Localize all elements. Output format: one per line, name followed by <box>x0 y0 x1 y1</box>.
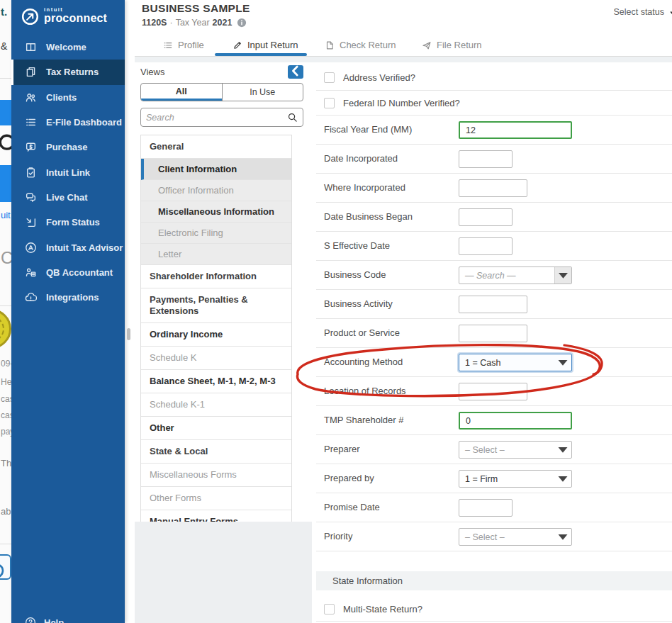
efile-dashboard-icon <box>25 116 37 128</box>
sidebar-item-label: Tax Returns <box>46 67 99 77</box>
text-input[interactable]: 12 <box>459 121 572 139</box>
form-row-product-or-service: Product or Service <box>316 319 672 348</box>
brand: intuit proconnect <box>11 0 125 26</box>
search-input[interactable] <box>146 113 283 123</box>
form-row-s-effective-date: S Effective Date <box>316 232 672 261</box>
field-label: Promise Date <box>324 499 459 512</box>
nav-item-balance-sheet-m-1-m-2-m-3[interactable]: Balance Sheet, M-1, M-2, M-3 <box>141 370 291 393</box>
info-icon[interactable] <box>237 18 247 28</box>
background-coin-icon <box>0 309 11 349</box>
nav-item-general[interactable]: General <box>141 135 291 159</box>
background-divider <box>0 544 11 544</box>
nav-item-officer-information[interactable]: Officer Information <box>141 180 291 201</box>
client-information-form: Address Verified? Federal ID Number Veri… <box>316 65 672 622</box>
sidebar-item-label: Clients <box>46 92 77 103</box>
background-search-icon <box>0 132 11 162</box>
form-row-location-of-records: Location of Records <box>316 377 672 406</box>
text-input[interactable] <box>459 499 513 517</box>
dropdown[interactable]: 1 = Cash <box>459 354 572 371</box>
nav-item-ordinary-income[interactable]: Ordinary Income <box>141 323 291 347</box>
field-label: Priority <box>324 528 459 541</box>
checkbox[interactable] <box>324 72 335 83</box>
dropdown-value: — Search — <box>465 271 516 281</box>
background-text-fragment: cas <box>1 410 11 420</box>
text-input[interactable] <box>459 383 527 400</box>
tab-file-return[interactable]: File Return <box>422 40 482 50</box>
text-input[interactable] <box>459 325 527 342</box>
nav-item-electronic-filing[interactable]: Electronic Filing <box>141 223 291 244</box>
nav-item-shareholder-information[interactable]: Shareholder Information <box>141 265 291 288</box>
field-label: TMP Shareholder # <box>324 412 459 425</box>
form-row-federal-id-number-verified: Federal ID Number Verified? <box>316 91 672 116</box>
sidebar-item-help[interactable]: Help <box>25 617 64 623</box>
tab-label: File Return <box>437 40 482 50</box>
dropdown[interactable]: 1 = Firm <box>459 470 572 488</box>
tab-profile[interactable]: Profile <box>163 40 204 50</box>
sidebar-item-intuit-tax-advisor[interactable]: Intuit Tax Advisor <box>11 235 125 259</box>
form-row-tmp-shareholder: TMP Shareholder # 0 <box>316 406 672 435</box>
form-row-priority: Priority – Select – <box>316 522 672 551</box>
text-input[interactable] <box>459 237 513 255</box>
nav-item-miscellaneous-information[interactable]: Miscellaneous Information <box>141 201 291 223</box>
file-return-icon <box>422 40 432 50</box>
sidebar-item-live-chat[interactable]: Live Chat <box>11 185 125 210</box>
sidebar-item-form-status[interactable]: Form Status <box>11 210 125 235</box>
dropdown[interactable]: — Search — <box>459 266 572 284</box>
checkbox[interactable] <box>324 604 335 614</box>
field-label: Date Incorporated <box>324 150 459 164</box>
checkbox[interactable] <box>324 98 335 108</box>
nav-item-schedule-k-1[interactable]: Schedule K-1 <box>141 393 291 417</box>
nav-item-state-local[interactable]: State & Local <box>141 440 291 464</box>
nav-item-payments-penalties-extensions[interactable]: Payments, Penalties & Extensions <box>141 288 291 323</box>
tab-input-return[interactable]: Input Return <box>233 40 298 50</box>
nav-item-other[interactable]: Other <box>141 417 291 440</box>
nav-item-miscellaneous-forms[interactable]: Miscellaneous Forms <box>141 464 291 487</box>
filter-in-use-button[interactable]: In Use <box>222 84 303 101</box>
nav-item-schedule-k[interactable]: Schedule K <box>141 347 291 370</box>
brand-proconnect: proconnect <box>44 12 107 24</box>
section-spacer <box>316 551 672 571</box>
background-text-fragment: & <box>1 40 7 52</box>
sidebar-item-welcome[interactable]: Welcome <box>11 35 125 60</box>
caret-down-icon <box>554 471 571 487</box>
background-text-fragment: C <box>1 248 11 268</box>
dropdown-value: – Select – <box>465 445 505 455</box>
nav-item-letter[interactable]: Letter <box>141 244 291 265</box>
status-selector[interactable]: Select status <box>613 7 672 17</box>
background-text-fragment: 09- <box>1 359 11 369</box>
form-row-where-incorporated: Where Incorporated <box>316 174 672 203</box>
checkbox-label: Multi-State Return? <box>343 604 422 614</box>
intuit-link-icon <box>25 167 37 179</box>
dropdown[interactable]: – Select – <box>459 441 572 459</box>
sidebar-item-intuit-link[interactable]: Intuit Link <box>11 159 125 184</box>
nav-item-client-information[interactable]: Client Information <box>141 159 291 180</box>
sidebar-item-qb-accountant[interactable]: QB Accountant <box>11 260 125 285</box>
sidebar-item-purchase[interactable]: Purchase <box>11 135 125 159</box>
background-text-fragment: pay <box>1 427 11 437</box>
tab-check-return[interactable]: Check Return <box>325 40 396 50</box>
text-input[interactable] <box>459 179 527 197</box>
form-nav-list: GeneralClient InformationOfficer Informa… <box>140 135 292 534</box>
sidebar-item-integrations[interactable]: Integrations <box>11 285 125 310</box>
nav-item-other-forms[interactable]: Other Forms <box>141 487 291 510</box>
form-row-business-code: Business Code — Search — <box>316 261 672 290</box>
text-input[interactable] <box>459 296 527 313</box>
sidebar-item-e-file-dashboard[interactable]: E-File Dashboard <box>11 110 125 135</box>
dropdown[interactable]: – Select – <box>459 528 572 546</box>
text-input[interactable]: 0 <box>459 412 572 430</box>
scrollbar-thumb[interactable] <box>127 328 130 340</box>
sidebar-item-clients[interactable]: Clients <box>11 85 125 110</box>
form-row-prepared-by: Prepared by 1 = Firm <box>316 464 672 493</box>
filter-all-button[interactable]: All <box>141 84 222 101</box>
input-value: 12 <box>466 125 476 135</box>
input-return-icon <box>233 40 242 50</box>
return-type: 1120S <box>142 18 167 28</box>
text-input[interactable] <box>459 208 513 226</box>
sidebar-item-label: QB Accountant <box>46 267 113 278</box>
text-input[interactable] <box>459 150 513 168</box>
sidebar-item-tax-returns[interactable]: Tax Returns <box>11 60 125 84</box>
form-row-business-activity: Business Activity <box>316 290 672 319</box>
field-label: Business Activity <box>324 296 459 309</box>
tax-advisor-icon <box>25 242 37 254</box>
collapse-panel-button[interactable] <box>288 65 303 79</box>
